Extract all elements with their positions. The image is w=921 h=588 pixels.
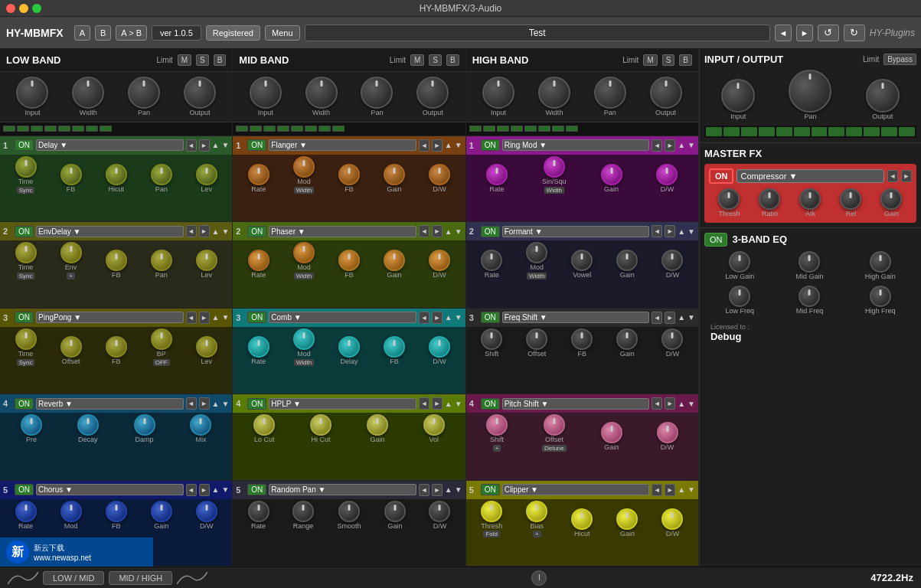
- low-fx-5-on[interactable]: ON: [15, 484, 34, 495]
- mid-fx-5-on[interactable]: ON: [247, 484, 266, 495]
- high-fx-3-shift-knob[interactable]: [481, 328, 502, 350]
- master-atk-knob[interactable]: [799, 188, 821, 210]
- mid-fx-5-gain-knob[interactable]: [384, 501, 406, 522]
- high-fx-3-fb-knob[interactable]: [571, 328, 593, 350]
- maximize-icon[interactable]: [32, 4, 41, 13]
- low-fx-2-pan-knob[interactable]: [151, 250, 172, 271]
- mid-fx-3-up[interactable]: ▲: [445, 313, 452, 322]
- menu-btn[interactable]: Menu: [265, 25, 300, 41]
- mid-fx-3-on[interactable]: ON: [247, 312, 266, 323]
- low-fx-1-hicut-knob[interactable]: [106, 164, 127, 185]
- registered-btn[interactable]: Registered: [206, 25, 260, 41]
- low-fx-3-select[interactable]: PingPong ▼: [36, 312, 184, 323]
- minimize-icon[interactable]: [19, 4, 28, 13]
- mid-fx-3-down[interactable]: ▼: [455, 313, 462, 322]
- high-fx-4-prev[interactable]: ◄: [652, 397, 662, 410]
- mid-fx-4-prev[interactable]: ◄: [419, 397, 429, 410]
- low-fx-5-mod-knob[interactable]: [60, 501, 82, 522]
- high-fx-1-on[interactable]: ON: [481, 139, 500, 151]
- io-input-knob[interactable]: [721, 79, 755, 113]
- redo-btn[interactable]: ↻: [844, 24, 865, 41]
- high-fx-4-shift-knob[interactable]: [486, 414, 508, 436]
- mid-fx-3-mod-knob[interactable]: [293, 328, 315, 350]
- high-fx-5-on[interactable]: ON: [481, 484, 500, 495]
- btn-a[interactable]: A: [74, 25, 90, 41]
- mid-fx-1-fb-knob[interactable]: [338, 164, 360, 185]
- low-fx-1-up[interactable]: ▲: [212, 141, 220, 149]
- high-fx-5-thresh-knob[interactable]: [481, 501, 502, 522]
- low-fx-1-pan-knob[interactable]: [151, 164, 172, 185]
- high-fx-4-dw-knob[interactable]: [657, 422, 678, 443]
- low-fx-3-off[interactable]: OFF: [153, 359, 170, 366]
- mid-fx-5-dw-knob[interactable]: [429, 501, 450, 522]
- high-fx-2-gain-knob[interactable]: [616, 250, 638, 271]
- mid-band-b[interactable]: B: [446, 54, 459, 66]
- high-fx-5-up[interactable]: ▲: [678, 485, 685, 494]
- high-fx-4-select[interactable]: Pitch Shift ▼: [502, 398, 650, 410]
- high-fx-2-dw-knob[interactable]: [661, 250, 683, 271]
- master-gain-knob[interactable]: [880, 188, 902, 210]
- low-fx-3-offset-knob[interactable]: [60, 336, 82, 358]
- mid-fx-3-select[interactable]: Comb ▼: [269, 312, 416, 323]
- mid-fx-5-smooth-knob[interactable]: [338, 501, 360, 522]
- high-fx-5-select[interactable]: Clipper ▼: [502, 484, 650, 495]
- high-fx-4-next[interactable]: ►: [665, 397, 675, 410]
- low-fx-3-lev-knob[interactable]: [196, 336, 217, 358]
- high-fx-1-gain-knob[interactable]: [601, 164, 622, 185]
- high-fx-4-gain-knob[interactable]: [601, 422, 622, 443]
- high-fx-4-plus[interactable]: +: [493, 445, 501, 452]
- high-fx-3-gain-knob[interactable]: [616, 328, 638, 350]
- eq-mid-freq-knob[interactable]: [799, 286, 820, 307]
- low-fx-1-fb-knob[interactable]: [60, 164, 82, 185]
- low-mid-btn[interactable]: LOW / MID: [43, 571, 104, 585]
- mid-output-knob[interactable]: [416, 77, 449, 109]
- low-fx-3-next[interactable]: ►: [199, 312, 210, 324]
- low-fx-1-sync[interactable]: Sync: [17, 187, 35, 194]
- high-fx-5-prev[interactable]: ◄: [652, 484, 662, 496]
- high-fx-5-next[interactable]: ►: [665, 484, 675, 496]
- low-fx-3-on[interactable]: ON: [15, 312, 34, 323]
- high-fx-2-width[interactable]: Width: [527, 273, 547, 279]
- high-fx-4-up[interactable]: ▲: [678, 400, 685, 408]
- io-pan-knob[interactable]: [789, 70, 831, 113]
- high-fx-1-width[interactable]: Width: [544, 187, 564, 194]
- low-fx-5-down[interactable]: ▼: [221, 485, 229, 494]
- mid-fx-5-down[interactable]: ▼: [455, 485, 462, 494]
- low-fx-1-time-knob[interactable]: [15, 156, 37, 178]
- mid-band-m[interactable]: M: [410, 54, 424, 66]
- high-input-knob[interactable]: [482, 77, 514, 109]
- mid-fx-1-down[interactable]: ▼: [455, 141, 462, 149]
- low-fx-2-prev[interactable]: ◄: [186, 225, 197, 237]
- low-pan-knob[interactable]: [128, 77, 160, 109]
- mid-fx-3-fb-knob[interactable]: [384, 336, 405, 358]
- low-fx-5-fb-knob[interactable]: [106, 501, 127, 522]
- mid-fx-4-select[interactable]: HPLP ▼: [269, 398, 416, 410]
- mid-fx-2-up[interactable]: ▲: [445, 227, 452, 236]
- mid-fx-4-up[interactable]: ▲: [445, 400, 452, 408]
- high-fx-1-dw-knob[interactable]: [656, 164, 678, 185]
- high-fx-5-plus[interactable]: +: [533, 531, 541, 537]
- io-bypass-btn[interactable]: Bypass: [883, 54, 916, 65]
- high-fx-1-select[interactable]: Ring Mod ▼: [502, 139, 650, 151]
- mid-fx-1-on[interactable]: ON: [247, 139, 266, 151]
- high-fx-2-on[interactable]: ON: [481, 226, 500, 237]
- high-fx-2-mod-knob[interactable]: [526, 242, 547, 263]
- high-fx-1-sinsqu-knob[interactable]: [544, 156, 565, 178]
- low-output-knob[interactable]: [184, 77, 216, 109]
- low-fx-4-on[interactable]: ON: [15, 398, 34, 410]
- mid-fx-1-rate-knob[interactable]: [248, 164, 269, 185]
- low-fx-5-dw-knob[interactable]: [196, 501, 217, 522]
- close-icon[interactable]: [6, 4, 15, 13]
- mid-fx-4-gain-knob[interactable]: [367, 414, 388, 436]
- low-fx-3-prev[interactable]: ◄: [186, 312, 197, 324]
- mid-fx-5-range-knob[interactable]: [292, 501, 314, 522]
- eq-mid-gain-knob[interactable]: [799, 251, 820, 273]
- mid-fx-4-locut-knob[interactable]: [253, 414, 275, 436]
- io-output-knob[interactable]: [866, 79, 900, 113]
- mid-fx-5-prev[interactable]: ◄: [419, 484, 429, 496]
- low-fx-3-down[interactable]: ▼: [221, 313, 229, 322]
- high-fx-1-up[interactable]: ▲: [678, 141, 685, 149]
- mid-band-s[interactable]: S: [429, 54, 442, 66]
- low-fx-4-down[interactable]: ▼: [221, 400, 229, 408]
- high-fx-1-prev[interactable]: ◄: [652, 139, 662, 152]
